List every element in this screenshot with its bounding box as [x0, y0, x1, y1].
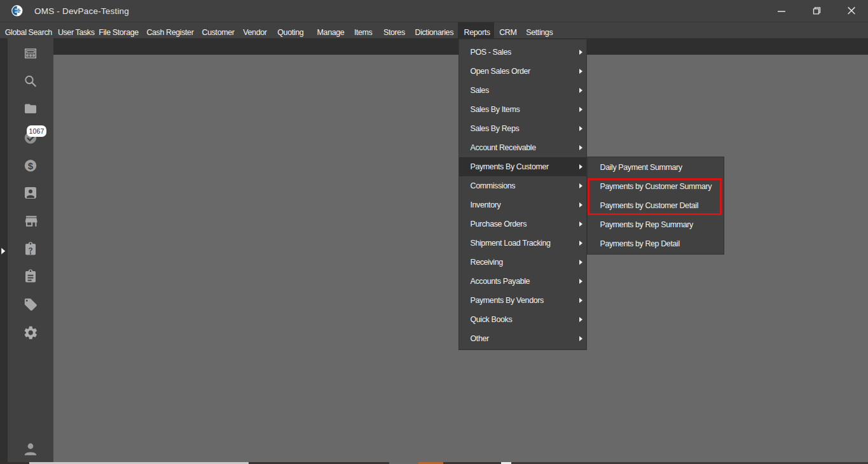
svg-text:$: $	[28, 160, 34, 171]
svg-text:?: ?	[28, 246, 32, 254]
